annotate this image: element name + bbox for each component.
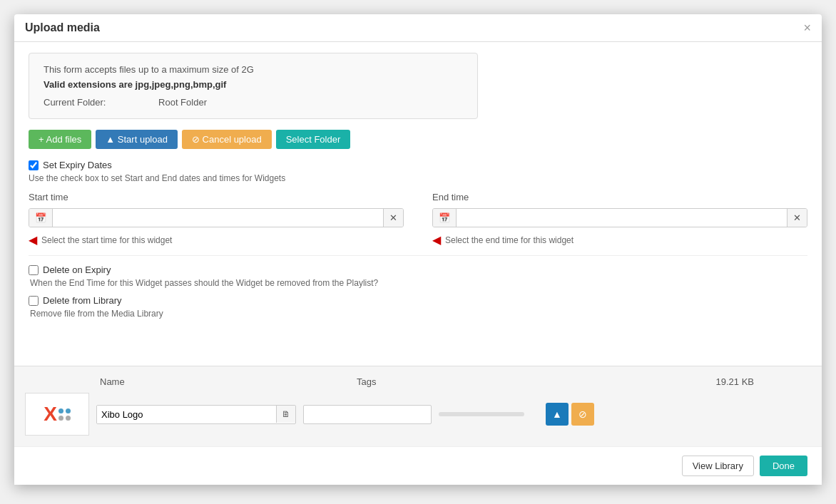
col-size-header: 19.21 KB xyxy=(499,376,811,387)
cancel-upload-button[interactable]: ⊘ Cancel upload xyxy=(182,130,272,149)
file-size-area xyxy=(439,412,531,416)
start-upload-button[interactable]: ▲ Start upload xyxy=(96,130,178,149)
end-calendar-button[interactable]: 📅 xyxy=(433,209,457,227)
end-time-input[interactable] xyxy=(457,209,787,227)
delete-library-row: Delete from Library xyxy=(29,295,807,306)
delete-expiry-section: Delete on Expiry When the End Time for t… xyxy=(29,264,807,288)
delete-expiry-row: Delete on Expiry xyxy=(29,264,807,275)
col-name-header: Name xyxy=(100,376,357,387)
file-tags-field xyxy=(303,405,432,424)
dot-row-bottom xyxy=(58,416,71,421)
folder-label: Current Folder: xyxy=(44,97,106,108)
file-list-header: Name Tags 19.21 KB xyxy=(25,374,811,393)
file-tags-input[interactable] xyxy=(303,405,432,424)
xibo-logo: X xyxy=(44,403,71,426)
set-expiry-row: Set Expiry Dates xyxy=(29,160,807,170)
xibo-x-letter: X xyxy=(44,403,57,426)
file-thumbnail: X xyxy=(25,393,89,436)
xibo-dots xyxy=(58,408,71,421)
end-clear-button[interactable]: ✕ xyxy=(787,209,807,227)
expiry-section: Set Expiry Dates Use the check box to se… xyxy=(29,160,807,247)
end-hint-row: ◀ Select the end time for this widget xyxy=(432,233,807,247)
delete-expiry-checkbox[interactable] xyxy=(29,265,39,275)
view-library-button[interactable]: View Library xyxy=(682,456,754,476)
dot-2 xyxy=(66,408,71,413)
delete-library-label: Delete from Library xyxy=(43,295,122,306)
start-hint-row: ◀ Select the start time for this widget xyxy=(29,233,404,247)
start-clear-button[interactable]: ✕ xyxy=(383,209,403,227)
file-meta: 🗎 ▲ ⊘ xyxy=(96,403,811,426)
dot-4 xyxy=(66,416,71,421)
dialog-header: Upload media × xyxy=(14,14,822,42)
upload-media-dialog: Upload media × This form accepts files u… xyxy=(14,14,822,485)
file-icon-button[interactable]: 🗎 xyxy=(276,406,295,423)
folder-value: Root Folder xyxy=(158,97,207,108)
file-name-field: 🗎 xyxy=(96,405,296,424)
file-cancel-button[interactable]: ⊘ xyxy=(571,403,594,426)
end-time-input-row: 📅 ✕ xyxy=(432,208,807,227)
start-hint-text: Select the start time for this widget xyxy=(41,235,172,245)
file-actions: ▲ ⊘ xyxy=(546,403,594,426)
end-time-group: End time 📅 ✕ ◀ Select the end time for t… xyxy=(432,192,807,247)
dialog-title: Upload media xyxy=(25,21,100,34)
file-list-area: Name Tags 19.21 KB X xyxy=(14,366,822,446)
start-arrow-icon: ◀ xyxy=(29,233,37,247)
start-time-group: Start time 📅 ✕ ◀ Select the start time f… xyxy=(29,192,404,247)
end-hint-text: Select the end time for this widget xyxy=(445,235,574,245)
file-list-item: X xyxy=(25,393,811,436)
divider-1 xyxy=(29,255,807,256)
delete-library-checkbox[interactable] xyxy=(29,296,39,306)
add-files-button[interactable]: + Add files xyxy=(29,130,91,149)
delete-library-section: Delete from Library Remove file from the… xyxy=(29,295,807,319)
file-upload-button[interactable]: ▲ xyxy=(546,403,569,426)
dot-3 xyxy=(58,416,63,421)
action-buttons: + Add files ▲ Start upload ⊘ Cancel uplo… xyxy=(29,130,807,149)
start-calendar-button[interactable]: 📅 xyxy=(29,209,53,227)
end-arrow-icon: ◀ xyxy=(432,233,441,247)
dialog-footer: View Library Done xyxy=(14,446,822,485)
col-tags-header: Tags xyxy=(357,376,499,387)
start-time-input-row: 📅 ✕ xyxy=(29,208,404,227)
set-expiry-checkbox[interactable] xyxy=(29,160,39,170)
folder-row: Current Folder: Root Folder xyxy=(44,97,463,108)
file-name-input[interactable] xyxy=(97,406,276,423)
dot-row-top xyxy=(58,408,71,413)
delete-library-hint: Remove file from the Media Library xyxy=(29,309,807,319)
set-expiry-label: Set Expiry Dates xyxy=(43,160,112,170)
start-time-input[interactable] xyxy=(53,209,383,227)
start-time-label: Start time xyxy=(29,192,404,202)
delete-expiry-label: Delete on Expiry xyxy=(43,264,111,275)
max-size-text: This form accepts files up to a maximum … xyxy=(44,64,463,75)
end-time-label: End time xyxy=(432,192,807,202)
extensions-text: Valid extensions are jpg,jpeg,png,bmp,gi… xyxy=(44,79,463,90)
close-button[interactable]: × xyxy=(803,21,811,34)
dialog-body: This form accepts files up to a maximum … xyxy=(14,42,822,366)
done-button[interactable]: Done xyxy=(760,456,807,476)
file-progress-bar-container xyxy=(439,412,524,416)
select-folder-button[interactable]: Select Folder xyxy=(276,130,351,149)
delete-expiry-hint: When the End Time for this Widget passes… xyxy=(29,278,807,288)
info-box: This form accepts files up to a maximum … xyxy=(29,53,478,119)
dot-1 xyxy=(58,408,63,413)
expiry-hint: Use the check box to set Start and End d… xyxy=(29,173,807,183)
time-fields: Start time 📅 ✕ ◀ Select the start time f… xyxy=(29,192,807,247)
